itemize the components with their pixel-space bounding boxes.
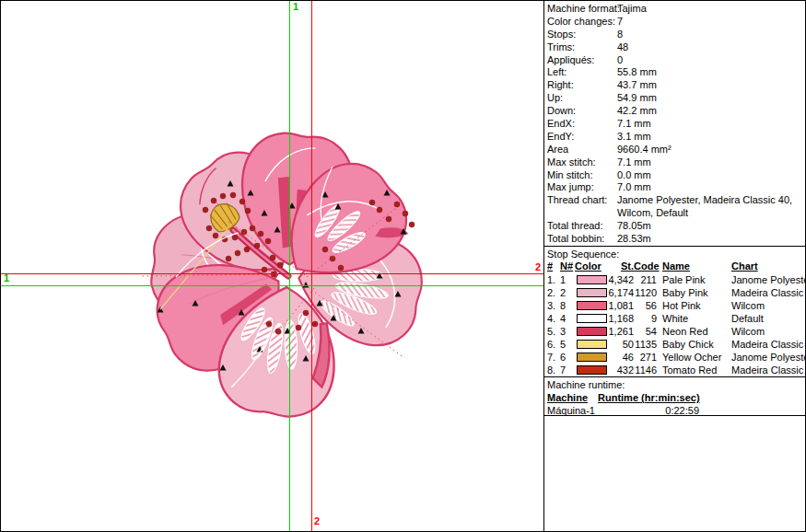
stitch-count: 1,168 xyxy=(608,312,634,325)
col-header-num: # xyxy=(544,260,560,273)
color-cell xyxy=(575,325,608,338)
thread-chart: Madeira Classic 40 xyxy=(726,364,806,376)
color-cell xyxy=(575,299,608,312)
info-value: 3.1 mm xyxy=(617,131,806,144)
stop-num: 1. xyxy=(544,273,560,286)
section-separator xyxy=(544,415,806,416)
stitch-count: 6,174 xyxy=(608,286,634,299)
info-label: Left: xyxy=(544,66,617,79)
color-cell xyxy=(575,312,608,325)
stop-row: 1.1 4,342211 Pale PinkJanome Polyester xyxy=(544,273,806,286)
start-guide-vertical xyxy=(289,1,290,532)
thread-code: 54 xyxy=(634,325,657,338)
info-value: 28.53m xyxy=(617,233,806,246)
design-info-panel: Machine format:Tajima Color changes:7 St… xyxy=(544,1,806,532)
needle-num: 7 xyxy=(560,364,575,376)
stop-num: 3. xyxy=(544,299,560,312)
info-label: Total thread: xyxy=(544,220,617,233)
info-value: 48 xyxy=(617,41,806,54)
stop-sequence-section: Stop Sequence: # N# Color St. Code Name … xyxy=(544,248,806,376)
col-header-stitches: St. xyxy=(608,260,634,273)
col-header-runtime: Runtime (hr:min:sec) xyxy=(598,391,699,404)
design-canvas[interactable]: 1 2 1 2 xyxy=(1,1,543,532)
thread-name: Yellow Ocher xyxy=(657,351,726,364)
section-separator xyxy=(544,376,806,377)
info-value: 7 xyxy=(617,16,806,29)
info-value: 0 xyxy=(617,54,806,67)
info-value: 43.7 mm xyxy=(617,79,806,92)
col-header-code: Code xyxy=(634,260,657,273)
thread-color-swatch xyxy=(577,301,607,310)
needle-num: 8 xyxy=(560,299,575,312)
info-value: 7.0 mm xyxy=(617,181,806,194)
thread-code: 1120 xyxy=(634,286,657,299)
stop-sequence-header: # N# Color St. Code Name Chart xyxy=(544,260,806,273)
info-label: Trims: xyxy=(544,41,617,54)
col-header-machine: Machine xyxy=(544,391,598,404)
stitch-count: 46 xyxy=(608,351,634,364)
info-row: Area9660.4 mm² xyxy=(544,144,806,156)
needle-num: 1 xyxy=(560,273,575,286)
thread-color-swatch xyxy=(577,288,607,297)
stop-num: 8. xyxy=(544,364,560,376)
thread-name: Baby Pink xyxy=(657,286,726,299)
start-marker-label-left: 1 xyxy=(4,273,9,283)
stop-row: 5.3 1,26154 Neon RedWilcom xyxy=(544,325,806,338)
info-label: EndX: xyxy=(544,118,617,131)
info-value: 9660.4 mm² xyxy=(617,144,806,156)
info-row: Max stitch:7.1 mm xyxy=(544,156,806,169)
thread-name: Hot Pink xyxy=(657,299,726,312)
info-value: 54.9 mm xyxy=(617,92,806,105)
thread-chart: Default xyxy=(726,312,806,325)
thread-color-swatch xyxy=(577,327,607,336)
embroidery-design[interactable] xyxy=(1,1,543,532)
color-cell xyxy=(575,273,608,286)
info-row: Total bobbin:28.53m xyxy=(544,233,806,246)
machine-runtime-title: Machine runtime: xyxy=(544,378,806,391)
info-row: Left:55.8 mm xyxy=(544,66,806,79)
info-row: Machine format:Tajima xyxy=(544,3,806,16)
info-label: Up: xyxy=(544,92,617,105)
thread-code: 1135 xyxy=(634,338,657,351)
thread-chart: Madeira Classic 40 xyxy=(726,338,806,351)
col-header-needle: N# xyxy=(560,260,575,273)
info-value: 7.1 mm xyxy=(617,156,806,169)
info-label: EndY: xyxy=(544,131,617,144)
info-value: 55.8 mm xyxy=(617,66,806,79)
stitch-count: 1,081 xyxy=(608,299,634,312)
info-row: Min stitch:0.0 mm xyxy=(544,169,806,182)
info-value: 42.2 mm xyxy=(617,105,806,118)
thread-color-swatch xyxy=(577,314,607,323)
stop-row: 2.2 6,1741120 Baby PinkMadeira Classic 4… xyxy=(544,286,806,299)
stop-row: 3.8 1,08156 Hot PinkWilcom xyxy=(544,299,806,312)
stop-num: 5. xyxy=(544,325,560,338)
needle-num: 5 xyxy=(560,338,575,351)
start-guide-horizontal xyxy=(1,285,543,286)
thread-color-swatch xyxy=(577,353,607,362)
info-value: 7.1 mm xyxy=(617,118,806,131)
info-label: Appliqués: xyxy=(544,54,617,67)
info-value: 0.0 mm xyxy=(617,169,806,182)
section-separator xyxy=(544,246,806,247)
thread-code: 271 xyxy=(634,351,657,364)
info-row: Color changes:7 xyxy=(544,16,806,29)
info-row: Down:42.2 mm xyxy=(544,105,806,118)
info-row-thread-chart: Thread chart: Janome Polyester, Madeira … xyxy=(544,194,806,220)
info-label: Area xyxy=(544,144,617,156)
info-row: Right:43.7 mm xyxy=(544,79,806,92)
design-properties-section: Machine format:Tajima Color changes:7 St… xyxy=(544,3,806,246)
info-row: Appliqués:0 xyxy=(544,54,806,67)
info-value: Janome Polyester, Madeira Classic 40, Wi… xyxy=(617,194,806,220)
info-row: Trims:48 xyxy=(544,41,806,54)
info-row: Total thread:78.05m xyxy=(544,220,806,233)
thread-code: 1146 xyxy=(634,364,657,376)
stop-row: 8.7 4321146 Tomato RedMadeira Classic 40 xyxy=(544,364,806,376)
info-label: Min stitch: xyxy=(544,169,617,182)
end-guide-vertical xyxy=(311,1,312,532)
info-label: Down: xyxy=(544,105,617,118)
stitch-count: 432 xyxy=(608,364,634,376)
info-label: Max stitch: xyxy=(544,156,617,169)
info-row: EndY:3.1 mm xyxy=(544,131,806,144)
thread-name: Pale Pink xyxy=(657,273,726,286)
stop-num: 4. xyxy=(544,312,560,325)
